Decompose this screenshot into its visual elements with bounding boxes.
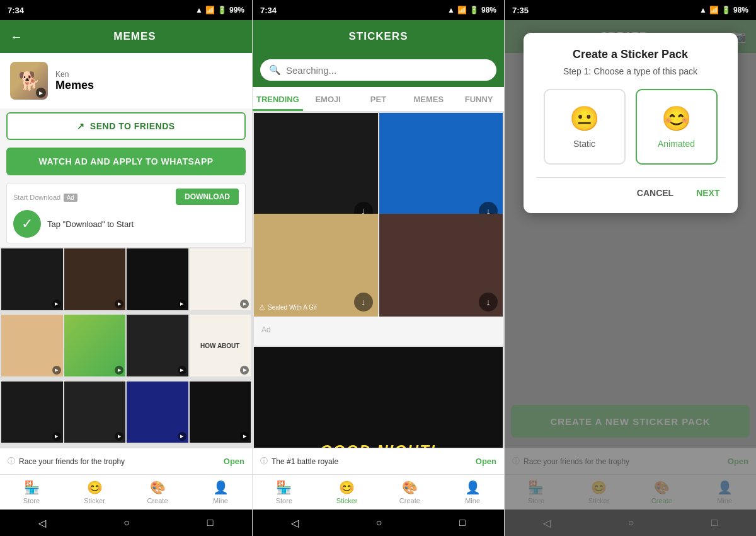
middle-android-nav: ◁ ○ □ [253, 510, 504, 536]
mid-create-icon: 🎨 [402, 480, 418, 495]
pack-option-static[interactable]: 😐 Static [544, 89, 626, 165]
tab-memes[interactable]: MEMES [403, 87, 454, 111]
play-icon-9: ▶ [52, 432, 61, 441]
mid-create-label: Create [399, 497, 420, 504]
search-bar-wrap: 🔍 [253, 53, 504, 87]
sticker-cell-3[interactable]: ⚠ Sealed With A Gif ↓ GO D-BACKS [254, 214, 378, 317]
android-home[interactable]: ○ [123, 517, 130, 528]
mine-icon: 👤 [213, 480, 229, 495]
tab-trending[interactable]: TRENDING [253, 87, 303, 111]
warning-icon: ⚠ [259, 303, 265, 312]
next-button[interactable]: NEXT [691, 183, 724, 203]
mid-sticker-label: Sticker [336, 497, 358, 504]
ad-row-middle: Ad [254, 314, 503, 346]
middle-bottom-ad: ⓘ The #1 battle royale Open [253, 448, 504, 474]
ad-row-label: Ad [261, 325, 271, 334]
meme-thumb-5[interactable]: ▶ [1, 315, 63, 376]
sticker-label-3: Sealed With A Gif [268, 304, 317, 311]
user-title: Memes [55, 79, 94, 92]
middle-header: STICKERS [253, 20, 504, 53]
download-icon-4[interactable]: ↓ [479, 293, 498, 312]
left-open-button[interactable]: Open [224, 457, 244, 466]
right-panel: 7:35 ▲ 📶 🔋 98% CREATE 📷 Create a Sticker… [504, 0, 756, 536]
ad-header: Start Download Ad DOWNLOAD [13, 189, 239, 205]
left-nav-sticker[interactable]: 😊 Sticker [63, 480, 126, 504]
left-nav-store[interactable]: 🏪 Store [0, 480, 63, 504]
middle-battery: 98% [481, 6, 496, 15]
mid-nav-mine[interactable]: 👤 Mine [441, 480, 504, 504]
sticker-grid: ↓ ↓ ⚠ Sealed With A Gif ↓ GO D-BACKS ↓ A… [253, 112, 504, 448]
left-nav-create[interactable]: 🎨 Create [126, 480, 189, 504]
animated-smiley-icon: 😊 [662, 105, 691, 132]
watch-ad-button[interactable]: WATCH AD AND APPLY TO WHATSAPP [6, 148, 246, 175]
middle-status-bar: 7:34 ▲ 📶 🔋 98% [253, 0, 504, 20]
meme-thumb-7[interactable]: ▶ [127, 315, 188, 376]
r-wifi-icon: 📶 [709, 6, 719, 15]
play-icon-5: ▶ [52, 366, 61, 375]
middle-bottom-nav: 🏪 Store 😊 Sticker 🎨 Create 👤 Mine [253, 474, 504, 510]
left-create-label: Create [147, 497, 168, 504]
search-bar: 🔍 [260, 59, 496, 81]
m-android-back[interactable]: ◁ [291, 517, 299, 529]
android-back[interactable]: ◁ [38, 517, 46, 529]
meme-thumb-11[interactable]: ▶ [127, 382, 188, 443]
m-android-home[interactable]: ○ [376, 517, 382, 528]
ad-content: ✓ Tap "Download" to Start [13, 210, 239, 238]
meme-thumb-2[interactable]: ▶ [64, 248, 126, 310]
mid-sticker-icon: 😊 [339, 480, 355, 495]
cancel-button[interactable]: CANCEL [632, 183, 679, 203]
mid-nav-store[interactable]: 🏪 Store [253, 480, 316, 504]
left-store-label: Store [23, 497, 40, 504]
tab-funny[interactable]: FUNNY [454, 87, 504, 111]
m-battery-icon: 🔋 [469, 6, 479, 15]
ad-header-left: Start Download Ad [13, 191, 77, 202]
meme-thumb-8[interactable]: HOW ABOUT▶ [190, 315, 251, 376]
meme-thumb-6[interactable]: ▶ [64, 315, 126, 376]
left-sticker-label: Sticker [84, 497, 105, 504]
pack-option-animated[interactable]: 😊 Animated [636, 89, 718, 165]
left-android-nav: ◁ ○ □ [0, 510, 252, 536]
signal-icon: ▲ [195, 6, 203, 15]
play-badge: ▶ [36, 88, 46, 98]
search-input[interactable] [286, 65, 488, 76]
meme-grid: ▶ ▶ ▶ ▶ ▶ ▶ ▶ HOW ABOUT▶ ▶ ▶ ▶ ▶ [0, 247, 252, 448]
meme-thumb-12[interactable]: ▶ [190, 382, 251, 443]
meme-thumb-1[interactable]: ▶ [1, 248, 63, 310]
left-nav-mine[interactable]: 👤 Mine [189, 480, 252, 504]
android-recents[interactable]: □ [207, 517, 214, 528]
sticker-cell-1[interactable]: ↓ [254, 113, 378, 226]
static-label: Static [573, 139, 595, 149]
sticker-text-go: GO D-BACKS [271, 257, 360, 274]
meme-thumb-3[interactable]: ▶ [127, 248, 188, 310]
sticker-cell-4[interactable]: ↓ [379, 214, 503, 317]
download-icon-3[interactable]: ↓ [354, 293, 373, 312]
send-to-friends-button[interactable]: ↗ SEND TO FRIENDS [6, 112, 246, 140]
mid-nav-sticker[interactable]: 😊 Sticker [316, 480, 379, 504]
download-button[interactable]: DOWNLOAD [176, 189, 239, 205]
left-bottom-nav: 🏪 Store 😊 Sticker 🎨 Create 👤 Mine [0, 474, 252, 510]
tab-emoji[interactable]: EMOJI [303, 87, 353, 111]
meme-thumb-10[interactable]: ▶ [64, 382, 126, 443]
ad-section: Start Download Ad DOWNLOAD ✓ Tap "Downlo… [6, 183, 246, 243]
m-ad-small-icon: ⓘ [260, 456, 268, 467]
middle-bottom-ad-text: The #1 battle royale [272, 457, 338, 466]
avatar: 🐕 ▶ [10, 62, 48, 100]
dialog-subtitle: Step 1: Choose a type of this pack [536, 66, 725, 76]
play-icon-3: ▶ [178, 300, 186, 308]
m-signal-icon: ▲ [447, 6, 455, 15]
m-android-recents[interactable]: □ [459, 517, 466, 528]
tab-pet[interactable]: PET [353, 87, 404, 111]
mid-nav-create[interactable]: 🎨 Create [379, 480, 442, 504]
back-button[interactable]: ← [10, 30, 23, 44]
sticker-cell-2[interactable]: ↓ [379, 113, 503, 226]
left-time: 7:34 [8, 6, 24, 15]
sticker-cell-5[interactable]: GOOD NIGHT! ↓ [254, 347, 503, 448]
m-wifi-icon: 📶 [457, 6, 467, 15]
play-icon-8: ▶ [240, 366, 249, 375]
store-icon: 🏪 [24, 480, 40, 495]
middle-open-button[interactable]: Open [476, 457, 496, 466]
middle-bottom-ad-left: ⓘ The #1 battle royale [260, 456, 338, 467]
meme-thumb-4[interactable]: ▶ [190, 248, 251, 310]
meme-thumb-9[interactable]: ▶ [1, 382, 63, 443]
middle-status-right: ▲ 📶 🔋 98% [447, 6, 496, 15]
